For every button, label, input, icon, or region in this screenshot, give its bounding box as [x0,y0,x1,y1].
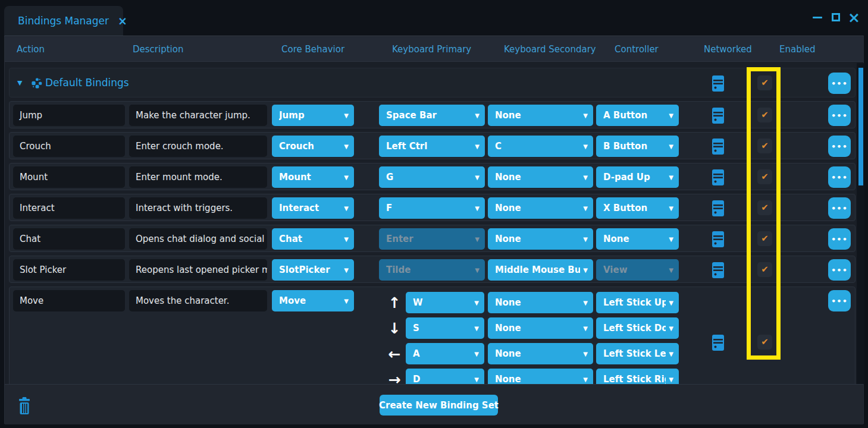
action-field[interactable]: Crouch [13,136,125,157]
networked-server-icon[interactable] [712,169,724,185]
action-field[interactable]: Chat [13,228,125,250]
enabled-checkbox[interactable]: ✔ [757,231,772,246]
description-field[interactable]: Enter mount mode. [129,166,267,188]
keyboard-primary-dropdown[interactable]: Left Ctrl ▼ [379,136,485,157]
action-field[interactable]: Slot Picker [13,259,125,281]
chevron-down-icon: ▼ [344,236,349,243]
enabled-checkbox[interactable]: ✔ [757,108,772,122]
axis-controller-dropdown[interactable]: Left Stick Left ▼ [596,343,679,364]
keyboard-secondary-dropdown[interactable]: None ▼ [488,105,593,126]
row-menu-button[interactable]: ••• [828,105,851,126]
networked-server-icon[interactable] [712,139,724,155]
axis-secondary-dropdown[interactable]: None ▼ [488,369,593,384]
keyboard-primary-dropdown[interactable]: Tilde ▼ [379,259,485,281]
core-behavior-dropdown[interactable]: Interact ▼ [272,197,354,219]
core-behavior-dropdown[interactable]: Jump ▼ [272,105,354,126]
keyboard-secondary-dropdown[interactable]: None ▼ [488,228,593,250]
keyboard-primary-dropdown[interactable]: F ▼ [379,197,485,219]
action-field[interactable]: Interact [13,197,125,219]
check-icon: ✔ [761,234,769,243]
enabled-checkbox[interactable]: ✔ [757,262,772,277]
dropdown-value: Space Bar [386,110,472,121]
row-menu-button[interactable]: ••• [828,290,851,311]
enabled-checkbox[interactable]: ✔ [757,335,772,350]
axis-secondary-dropdown[interactable]: None ▼ [488,343,593,364]
controller-dropdown[interactable]: D-pad Up ▼ [596,166,679,188]
description-field[interactable]: Make the character jump. [129,105,267,126]
keyboard-primary-dropdown[interactable]: Space Bar ▼ [379,105,485,126]
controller-dropdown[interactable]: None ▼ [596,228,679,250]
create-new-binding-set-button[interactable]: Create New Binding Set [380,395,498,416]
check-icon: ✔ [761,203,769,212]
window-controls: × [812,12,859,23]
bindings-manager-window: Bindings Manager × × Action Description … [0,0,868,428]
keyboard-primary-dropdown[interactable]: G ▼ [379,166,485,188]
networked-server-icon[interactable] [712,108,724,124]
keyboard-secondary-dropdown[interactable]: Middle Mouse Button ▼ [488,259,593,281]
enabled-checkbox[interactable]: ✔ [757,139,772,153]
delete-binding-set-button[interactable] [17,397,32,415]
axis-key-dropdown[interactable]: D ▼ [406,369,484,384]
row-menu-button[interactable]: ••• [828,166,851,188]
window-minimize-button[interactable] [812,12,822,23]
controller-dropdown[interactable]: A Button ▼ [596,105,679,126]
enabled-checkbox[interactable]: ✔ [757,75,772,90]
axis-secondary-dropdown[interactable]: None ▼ [488,317,593,339]
window-maximize-button[interactable] [831,12,841,23]
tab-close-icon[interactable]: × [118,15,127,27]
keyboard-secondary-dropdown[interactable]: C ▼ [488,136,593,157]
dropdown-value: None [495,348,580,359]
axis-secondary-dropdown[interactable]: None ▼ [488,292,593,313]
networked-server-icon[interactable] [712,200,724,216]
move-axis-row: ↑ W ▼ None ▼ Left Stick Up ▼ [10,292,855,313]
row-menu-button[interactable]: ••• [828,73,851,94]
description-field[interactable]: Enter crouch mode. [129,136,267,157]
axis-controller-dropdown[interactable]: Left Stick Right ▼ [596,369,679,384]
action-field[interactable]: Mount [13,166,125,188]
chevron-down-icon: ▼ [344,267,349,273]
dropdown-value: None [495,323,580,333]
row-menu-button[interactable]: ••• [828,228,851,250]
networked-server-icon[interactable] [712,75,724,92]
action-field[interactable]: Jump [13,105,125,126]
chevron-down-icon: ▼ [669,267,673,273]
axis-key-dropdown[interactable]: W ▼ [406,292,484,313]
column-header-networked: Networked [704,37,752,62]
description-field[interactable]: Interact with triggers. [129,197,267,219]
column-header-enabled: Enabled [779,37,816,62]
core-behavior-dropdown[interactable]: Mount ▼ [272,166,354,188]
controller-dropdown[interactable]: X Button ▼ [596,197,679,219]
enabled-checkbox[interactable]: ✔ [757,169,772,184]
group-row-default-bindings[interactable]: ▼ Default Bindings ✔ [9,68,856,97]
tab-bindings-manager[interactable]: Bindings Manager × [4,6,123,36]
axis-key-dropdown[interactable]: A ▼ [406,343,484,364]
keyboard-secondary-dropdown[interactable]: None ▼ [488,166,593,188]
keyboard-primary-dropdown[interactable]: Enter ▼ [379,228,485,250]
core-behavior-dropdown[interactable]: SlotPicker ▼ [272,259,354,281]
direction-arrow-icon: ↓ [386,317,403,339]
row-menu-button[interactable]: ••• [828,259,851,281]
controller-dropdown[interactable]: View ▼ [596,259,679,281]
description-field[interactable]: Reopens last opened picker mer [129,259,267,281]
networked-server-icon[interactable] [712,262,724,278]
networked-server-icon[interactable] [712,335,724,351]
window-close-button[interactable]: × [849,12,859,23]
core-behavior-dropdown[interactable]: Chat ▼ [272,228,354,250]
controller-dropdown[interactable]: B Button ▼ [596,136,679,157]
description-field[interactable]: Opens chat dialog and social me [129,228,267,250]
ellipsis-icon: ••• [831,112,848,119]
core-behavior-dropdown[interactable]: Crouch ▼ [272,136,354,157]
keyboard-secondary-dropdown[interactable]: None ▼ [488,197,593,219]
axis-key-dropdown[interactable]: S ▼ [406,317,484,339]
row-menu-button[interactable]: ••• [828,197,851,219]
vertical-scrollbar[interactable] [857,63,864,384]
scrollbar-thumb[interactable] [858,68,863,185]
axis-controller-dropdown[interactable]: Left Stick Up ▼ [596,292,679,313]
dropdown-value: Left Stick Left [603,348,666,359]
chevron-down-icon: ▼ [344,143,349,150]
enabled-checkbox[interactable]: ✔ [757,200,772,215]
group-expand-icon[interactable]: ▼ [17,68,22,97]
networked-server-icon[interactable] [712,231,724,247]
axis-controller-dropdown[interactable]: Left Stick Down ▼ [596,317,679,339]
row-menu-button[interactable]: ••• [828,136,851,157]
